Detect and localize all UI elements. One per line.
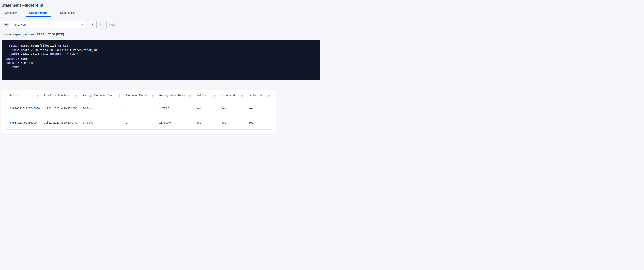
cell-full-scan: Yes — [193, 121, 218, 124]
sort-icon[interactable] — [189, 94, 191, 97]
active-tab-underline — [26, 17, 51, 17]
cell-last-execution-time: Jul 12, 2022 at 20:37 UTC — [41, 107, 80, 110]
explain-plans-table-card: Plan IDLast Execution TimeAverage Execut… — [1, 90, 276, 133]
time-range-label: Past 1 Hour — [12, 23, 26, 26]
column-header-last-execution-time[interactable]: Last Execution Time — [41, 94, 80, 98]
sql-line: GROUP BY name — [6, 57, 317, 61]
chevron-left-icon — [92, 23, 94, 27]
now-button[interactable]: Now — [106, 21, 118, 28]
cell-plan-id: 13182663282122740000 — [5, 107, 41, 110]
sql-line: SELECT name, count(rides.id) AS sum — [6, 44, 317, 48]
column-header-label: Full Scan — [196, 94, 208, 98]
next-range-button[interactable] — [96, 21, 104, 28]
table-row[interactable]: 13182663282122740000Jul 12, 2022 at 20:3… — [5, 101, 272, 116]
cell-plan-id: 767933723452336000 — [5, 121, 41, 124]
sort-icon[interactable] — [214, 94, 216, 97]
column-header-label: Plan ID — [8, 94, 18, 98]
column-header-execution-count[interactable]: Execution Count — [123, 94, 156, 98]
column-header-vectorized[interactable]: Vectorized — [246, 94, 272, 98]
table-row[interactable]: 767933723452336000Jul 12, 2022 at 20:20 … — [5, 116, 272, 130]
column-header-label: Vectorized — [249, 94, 262, 98]
column-header-label: Average Rows Read — [159, 94, 185, 98]
cell-average-rows-read: 24786.0 — [156, 107, 193, 110]
sql-line: ORDER BY sum DESC — [6, 61, 317, 66]
cell-distributed: Yes — [218, 121, 246, 124]
cell-full-scan: Yes — [193, 107, 218, 110]
page-title: Statement Fingerprint — [0, 0, 322, 8]
tab-label: Overview — [5, 11, 17, 15]
tab-diagnostics[interactable]: Diagnostics — [56, 11, 78, 17]
cell-distributed: Yes — [218, 107, 246, 110]
column-header-label: Distributed — [221, 94, 235, 98]
sort-icon[interactable] — [268, 94, 270, 97]
sort-icon[interactable] — [75, 94, 77, 97]
cell-execution-count: 1 — [123, 121, 156, 124]
sort-icon[interactable] — [37, 94, 38, 97]
sql-line: LIMIT _ — [6, 66, 317, 70]
prev-range-button[interactable] — [89, 21, 96, 28]
cell-average-execution-time: 20.3 ms — [80, 107, 123, 110]
tab-bar: OverviewExplain PlansDiagnostics — [0, 11, 322, 17]
table-body: 13182663282122740000Jul 12, 2022 at 20:3… — [5, 101, 272, 130]
time-range-arrows — [89, 21, 104, 28]
showing-prefix: Showing explain plans from — [2, 33, 37, 36]
column-header-plan-id[interactable]: Plan ID — [5, 94, 41, 98]
statement-fingerprint-page: Statement Fingerprint OverviewExplain Pl… — [0, 0, 322, 135]
column-header-distributed[interactable]: Distributed — [218, 94, 246, 98]
sort-icon[interactable] — [118, 94, 120, 97]
column-header-full-scan[interactable]: Full Scan — [193, 94, 218, 98]
cell-vectorized: Yes — [246, 107, 272, 110]
tab-label: Diagnostics — [60, 11, 74, 15]
column-header-label: Execution Count — [126, 94, 147, 98]
column-header-label: Last Execution Time — [44, 94, 70, 98]
time-range-badge: 1h — [3, 23, 10, 27]
tab-overview[interactable]: Overview — [2, 11, 20, 17]
tab-label: Explain Plans — [29, 11, 48, 15]
chevron-right-icon — [99, 23, 102, 27]
time-toolbar: 1h Past 1 Hour Now — [2, 21, 322, 28]
chevron-down-icon — [80, 24, 83, 26]
cell-average-execution-time: 77.7 ms — [80, 121, 123, 124]
showing-range-bold: 19:00 to 20:59 (UTC) — [37, 33, 64, 36]
cell-execution-count: 1 — [123, 107, 156, 110]
sql-statement-box: SELECT name, count(rides.id) AS sum FROM… — [2, 40, 320, 81]
sort-icon[interactable] — [152, 94, 154, 97]
column-header-label: Average Execution Time — [83, 94, 113, 98]
column-header-average-execution-time[interactable]: Average Execution Time — [80, 94, 123, 98]
sql-line: FROM users JOIN rides ON users.id = ride… — [6, 48, 317, 53]
sql-line: WHERE rides.start_time BETWEEN '_' AND '… — [6, 53, 317, 57]
sort-icon[interactable] — [241, 94, 243, 97]
cell-average-rows-read: 137500.0 — [156, 121, 193, 124]
column-header-average-rows-read[interactable]: Average Rows Read — [156, 94, 193, 98]
tab-explain-plans[interactable]: Explain Plans — [26, 11, 51, 17]
showing-range-text: Showing explain plans from 19:00 to 20:5… — [2, 33, 322, 36]
time-range-dropdown[interactable]: 1h Past 1 Hour — [2, 21, 86, 28]
cell-last-execution-time: Jul 12, 2022 at 20:20 UTC — [41, 121, 80, 124]
cell-vectorized: Yes — [246, 121, 272, 124]
table-header-row: Plan IDLast Execution TimeAverage Execut… — [5, 90, 272, 101]
